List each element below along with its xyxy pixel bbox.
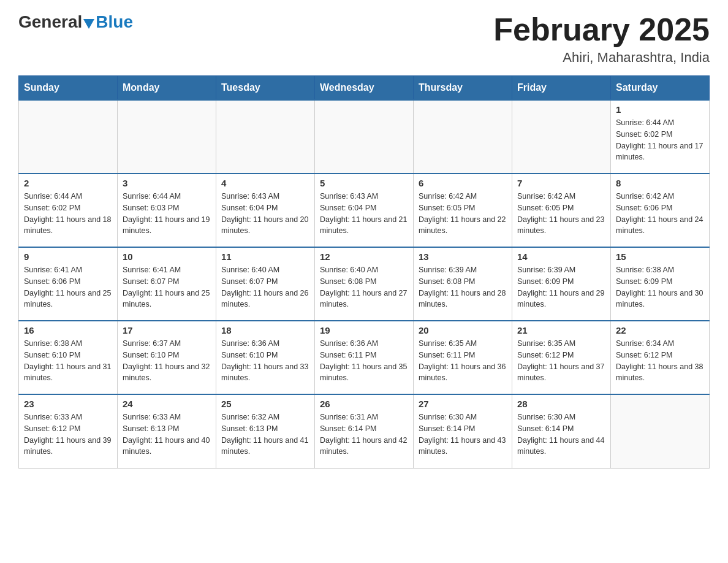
calendar-cell: 15Sunrise: 6:38 AM Sunset: 6:09 PM Dayli…: [611, 247, 710, 321]
day-info: Sunrise: 6:44 AM Sunset: 6:02 PM Dayligh…: [616, 117, 704, 163]
day-number: 14: [517, 251, 605, 262]
calendar-header-row: SundayMondayTuesdayWednesdayThursdayFrid…: [19, 76, 710, 101]
logo-triangle-icon: [83, 19, 94, 29]
day-number: 18: [221, 325, 309, 335]
calendar-cell: [611, 394, 710, 468]
calendar-week-row: 23Sunrise: 6:33 AM Sunset: 6:12 PM Dayli…: [19, 394, 710, 468]
day-number: 6: [419, 178, 507, 188]
day-number: 13: [419, 251, 507, 262]
day-number: 26: [320, 399, 408, 409]
day-info: Sunrise: 6:40 AM Sunset: 6:08 PM Dayligh…: [320, 264, 408, 310]
day-info: Sunrise: 6:30 AM Sunset: 6:14 PM Dayligh…: [419, 412, 507, 458]
day-info: Sunrise: 6:38 AM Sunset: 6:09 PM Dayligh…: [616, 264, 704, 310]
calendar-cell: 27Sunrise: 6:30 AM Sunset: 6:14 PM Dayli…: [414, 394, 512, 468]
day-number: 27: [419, 399, 507, 409]
day-info: Sunrise: 6:41 AM Sunset: 6:06 PM Dayligh…: [24, 264, 112, 310]
calendar-cell: 25Sunrise: 6:32 AM Sunset: 6:13 PM Dayli…: [216, 394, 315, 468]
day-number: 3: [123, 178, 211, 188]
day-info: Sunrise: 6:39 AM Sunset: 6:09 PM Dayligh…: [517, 264, 605, 310]
calendar-cell: 26Sunrise: 6:31 AM Sunset: 6:14 PM Dayli…: [315, 394, 414, 468]
day-header-wednesday: Wednesday: [315, 76, 414, 101]
logo-general: General: [18, 12, 82, 32]
day-info: Sunrise: 6:34 AM Sunset: 6:12 PM Dayligh…: [616, 338, 704, 384]
calendar-cell: 21Sunrise: 6:35 AM Sunset: 6:12 PM Dayli…: [512, 321, 611, 394]
day-header-sunday: Sunday: [19, 76, 118, 101]
calendar-cell: 28Sunrise: 6:30 AM Sunset: 6:14 PM Dayli…: [512, 394, 611, 468]
title-block: February 2025 Ahiri, Maharashtra, India: [493, 12, 710, 66]
day-number: 22: [616, 325, 704, 335]
calendar-cell: 19Sunrise: 6:36 AM Sunset: 6:11 PM Dayli…: [315, 321, 414, 394]
day-number: 28: [517, 399, 605, 409]
day-header-monday: Monday: [118, 76, 216, 101]
calendar-cell: 1Sunrise: 6:44 AM Sunset: 6:02 PM Daylig…: [611, 100, 710, 174]
day-info: Sunrise: 6:35 AM Sunset: 6:12 PM Dayligh…: [517, 338, 605, 384]
calendar-cell: [512, 100, 611, 174]
calendar-week-row: 1Sunrise: 6:44 AM Sunset: 6:02 PM Daylig…: [19, 100, 710, 174]
day-info: Sunrise: 6:36 AM Sunset: 6:11 PM Dayligh…: [320, 338, 408, 384]
calendar-cell: 12Sunrise: 6:40 AM Sunset: 6:08 PM Dayli…: [315, 247, 414, 321]
day-number: 12: [320, 251, 408, 262]
day-info: Sunrise: 6:30 AM Sunset: 6:14 PM Dayligh…: [517, 412, 605, 458]
day-number: 19: [320, 325, 408, 335]
calendar-cell: 20Sunrise: 6:35 AM Sunset: 6:11 PM Dayli…: [414, 321, 512, 394]
calendar-cell: 18Sunrise: 6:36 AM Sunset: 6:10 PM Dayli…: [216, 321, 315, 394]
calendar-cell: [118, 100, 216, 174]
day-number: 11: [221, 251, 309, 262]
day-info: Sunrise: 6:43 AM Sunset: 6:04 PM Dayligh…: [320, 191, 408, 237]
day-info: Sunrise: 6:38 AM Sunset: 6:10 PM Dayligh…: [24, 338, 112, 384]
day-number: 2: [24, 178, 112, 188]
day-info: Sunrise: 6:37 AM Sunset: 6:10 PM Dayligh…: [123, 338, 211, 384]
calendar-cell: 13Sunrise: 6:39 AM Sunset: 6:08 PM Dayli…: [414, 247, 512, 321]
day-info: Sunrise: 6:35 AM Sunset: 6:11 PM Dayligh…: [419, 338, 507, 384]
day-number: 9: [24, 251, 112, 262]
calendar-cell: 4Sunrise: 6:43 AM Sunset: 6:04 PM Daylig…: [216, 174, 315, 247]
calendar-cell: 2Sunrise: 6:44 AM Sunset: 6:02 PM Daylig…: [19, 174, 118, 247]
calendar-cell: 16Sunrise: 6:38 AM Sunset: 6:10 PM Dayli…: [19, 321, 118, 394]
calendar-cell: 6Sunrise: 6:42 AM Sunset: 6:05 PM Daylig…: [414, 174, 512, 247]
day-number: 21: [517, 325, 605, 335]
day-info: Sunrise: 6:32 AM Sunset: 6:13 PM Dayligh…: [221, 412, 309, 458]
calendar-week-row: 9Sunrise: 6:41 AM Sunset: 6:06 PM Daylig…: [19, 247, 710, 321]
day-info: Sunrise: 6:42 AM Sunset: 6:06 PM Dayligh…: [616, 191, 704, 237]
calendar-cell: 5Sunrise: 6:43 AM Sunset: 6:04 PM Daylig…: [315, 174, 414, 247]
day-info: Sunrise: 6:42 AM Sunset: 6:05 PM Dayligh…: [419, 191, 507, 237]
calendar-cell: [216, 100, 315, 174]
calendar-cell: [19, 100, 118, 174]
day-header-saturday: Saturday: [611, 76, 710, 101]
logo-blue: Blue: [96, 12, 133, 32]
day-info: Sunrise: 6:31 AM Sunset: 6:14 PM Dayligh…: [320, 412, 408, 458]
calendar-cell: [315, 100, 414, 174]
day-number: 5: [320, 178, 408, 188]
calendar-cell: 24Sunrise: 6:33 AM Sunset: 6:13 PM Dayli…: [118, 394, 216, 468]
day-info: Sunrise: 6:33 AM Sunset: 6:12 PM Dayligh…: [24, 412, 112, 458]
calendar-week-row: 16Sunrise: 6:38 AM Sunset: 6:10 PM Dayli…: [19, 321, 710, 394]
day-header-tuesday: Tuesday: [216, 76, 315, 101]
day-number: 17: [123, 325, 211, 335]
calendar-cell: 17Sunrise: 6:37 AM Sunset: 6:10 PM Dayli…: [118, 321, 216, 394]
day-info: Sunrise: 6:44 AM Sunset: 6:03 PM Dayligh…: [123, 191, 211, 237]
calendar-table: SundayMondayTuesdayWednesdayThursdayFrid…: [18, 75, 710, 469]
calendar-cell: 7Sunrise: 6:42 AM Sunset: 6:05 PM Daylig…: [512, 174, 611, 247]
day-number: 23: [24, 399, 112, 409]
day-number: 15: [616, 251, 704, 262]
day-header-thursday: Thursday: [414, 76, 512, 101]
calendar-week-row: 2Sunrise: 6:44 AM Sunset: 6:02 PM Daylig…: [19, 174, 710, 247]
day-number: 24: [123, 399, 211, 409]
day-info: Sunrise: 6:33 AM Sunset: 6:13 PM Dayligh…: [123, 412, 211, 458]
day-number: 4: [221, 178, 309, 188]
day-number: 20: [419, 325, 507, 335]
calendar-cell: 8Sunrise: 6:42 AM Sunset: 6:06 PM Daylig…: [611, 174, 710, 247]
day-info: Sunrise: 6:43 AM Sunset: 6:04 PM Dayligh…: [221, 191, 309, 237]
calendar-cell: 10Sunrise: 6:41 AM Sunset: 6:07 PM Dayli…: [118, 247, 216, 321]
day-info: Sunrise: 6:40 AM Sunset: 6:07 PM Dayligh…: [221, 264, 309, 310]
page-title: February 2025: [493, 12, 710, 47]
calendar-cell: 9Sunrise: 6:41 AM Sunset: 6:06 PM Daylig…: [19, 247, 118, 321]
day-number: 16: [24, 325, 112, 335]
day-info: Sunrise: 6:44 AM Sunset: 6:02 PM Dayligh…: [24, 191, 112, 237]
day-info: Sunrise: 6:36 AM Sunset: 6:10 PM Dayligh…: [221, 338, 309, 384]
day-header-friday: Friday: [512, 76, 611, 101]
calendar-cell: 3Sunrise: 6:44 AM Sunset: 6:03 PM Daylig…: [118, 174, 216, 247]
day-info: Sunrise: 6:41 AM Sunset: 6:07 PM Dayligh…: [123, 264, 211, 310]
calendar-cell: 23Sunrise: 6:33 AM Sunset: 6:12 PM Dayli…: [19, 394, 118, 468]
page-header: General Blue February 2025 Ahiri, Mahara…: [18, 12, 710, 66]
